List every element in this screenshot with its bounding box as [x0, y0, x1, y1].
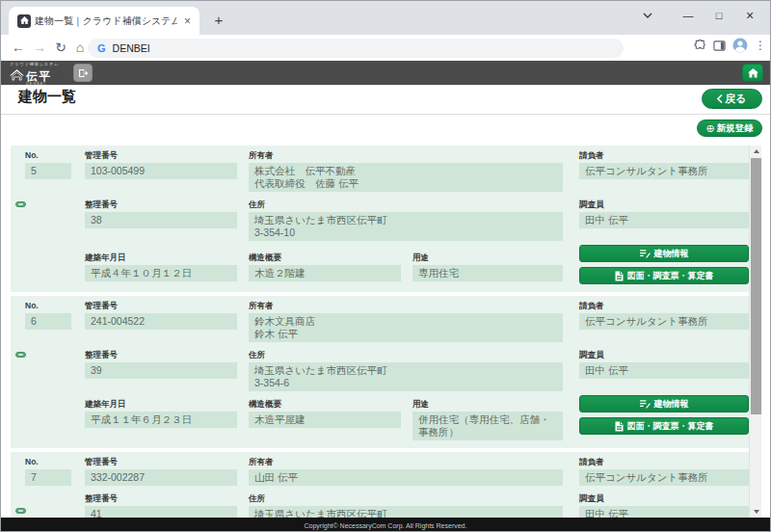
field-label-address: 住所 — [249, 200, 563, 209]
browser-menu-icon[interactable]: ⋮ — [755, 39, 766, 52]
link-icon[interactable] — [15, 352, 26, 358]
field-label-address: 住所 — [249, 351, 563, 359]
field-label-kozo: 構造概要 — [249, 400, 401, 409]
field-seiri: 41 — [85, 506, 237, 518]
home-icon — [748, 68, 758, 78]
field-no: 5 — [25, 163, 71, 179]
field-label-yoto: 用途 — [412, 400, 563, 409]
field-kozo: 木造平屋建 — [249, 412, 401, 428]
field-address: 埼玉県さいたま市西区伝平町 3-354-6 — [249, 362, 563, 391]
field-no: 7 — [25, 469, 71, 486]
field-yoto: 併用住宅（専用住宅、店舗・事務所） — [412, 412, 563, 440]
list-scrollbar[interactable] — [749, 146, 761, 518]
building-record-card: No. 7 管理番号 332-002287 所有者 山田 伝平 請負者 伝平コン… — [11, 452, 749, 518]
address-bar-text: DENBEI — [113, 42, 150, 54]
plus-circle-icon: ⊕ — [705, 123, 714, 134]
address-bar[interactable]: G DENBEI — [88, 39, 624, 58]
field-kanri: 103-005499 — [85, 163, 237, 179]
window-maximize-button[interactable]: □ — [705, 1, 733, 30]
field-label-seiri: 整理番号 — [85, 494, 237, 503]
building-info-button[interactable]: 建物情報 — [579, 245, 749, 262]
browser-tab[interactable]: 建物一覧｜クラウド補償システム 伝 × — [9, 7, 199, 35]
new-tab-button[interactable]: + — [207, 9, 230, 32]
field-kenchiku: 平成４年１０月１２日 — [85, 265, 237, 281]
document-icon — [615, 271, 624, 281]
field-label-ukeoi: 請負者 — [579, 151, 749, 160]
scrollbar-up-arrow[interactable] — [750, 146, 762, 157]
nav-reload-icon[interactable]: ↻ — [51, 38, 70, 57]
logout-button[interactable] — [73, 64, 93, 82]
chevron-left-icon — [717, 94, 723, 103]
building-record-card: No. 5 管理番号 103-005499 所有者 株式会社 伝平不動産 代表取… — [11, 146, 749, 292]
field-owner: 鈴木文具商店 鈴木 伝平 — [249, 313, 563, 342]
field-no: 6 — [25, 313, 71, 330]
nav-back-icon[interactable]: ← — [9, 38, 28, 57]
nav-home-icon[interactable]: ⌂ — [70, 38, 90, 57]
field-label-no: No. — [25, 151, 71, 160]
field-label-chosain: 調査員 — [579, 494, 749, 503]
list-edit-icon — [640, 400, 651, 409]
field-label-no: No. — [25, 302, 71, 310]
field-ukeoi: 伝平コンサルタント事務所 — [579, 469, 749, 486]
field-chosain: 田中 伝平 — [579, 362, 749, 379]
site-favicon-icon — [17, 14, 31, 28]
field-owner: 山田 伝平 — [249, 469, 563, 486]
field-yoto: 専用住宅 — [412, 265, 563, 281]
field-owner: 株式会社 伝平不動産 代表取締役 佐藤 伝平 — [249, 163, 563, 192]
app-footer: Copyright© NecessaryCom Corp. All Rights… — [1, 518, 770, 532]
app-logo: クラウド補償システム 伝平 DENBEI — [10, 62, 78, 88]
tab-close-icon[interactable]: × — [181, 14, 194, 28]
window-minimize-button[interactable]: — — [674, 1, 703, 30]
field-label-kanri: 管理番号 — [85, 458, 237, 466]
field-label-seiri: 整理番号 — [85, 351, 237, 359]
back-button[interactable]: 戻る — [702, 89, 762, 109]
field-label-no: No. — [25, 458, 71, 466]
tab-search-chevron-icon[interactable] — [633, 1, 662, 30]
header-divider — [1, 114, 770, 115]
tab-title: 建物一覧｜クラウド補償システム 伝 — [35, 14, 177, 28]
browser-tab-bar: 建物一覧｜クラウド補償システム 伝 × + — □ × — [1, 1, 770, 35]
field-label-kenchiku: 建築年月日 — [85, 400, 237, 409]
field-address: 埼玉県さいたま市西区伝平町 3-354-10 — [249, 212, 563, 241]
google-icon: G — [97, 42, 106, 54]
nav-forward-icon[interactable]: → — [30, 38, 49, 57]
new-registration-button[interactable]: ⊕ 新規登録 — [697, 120, 762, 137]
window-close-button[interactable]: × — [735, 1, 764, 30]
field-label-yoto: 用途 — [412, 253, 563, 262]
field-label-kozo: 構造概要 — [249, 253, 401, 262]
field-label-ukeoi: 請負者 — [579, 458, 749, 466]
browser-window: { "browser": { "tab_title": "建物一覧｜クラウド補償… — [0, 0, 771, 532]
scrollbar-thumb[interactable] — [751, 158, 761, 414]
side-panel-icon[interactable] — [713, 40, 726, 52]
logo-subtext: DENBEI — [26, 82, 57, 86]
scrollbar-down-arrow[interactable] — [750, 506, 762, 518]
link-icon[interactable] — [15, 201, 26, 207]
field-chosain: 田中 伝平 — [579, 212, 749, 228]
field-label-chosain: 調査員 — [579, 351, 749, 359]
field-kenchiku: 平成１１年６月２３日 — [85, 412, 237, 428]
extensions-puzzle-icon[interactable] — [694, 40, 706, 52]
field-seiri: 39 — [85, 362, 237, 379]
list-edit-icon — [640, 250, 651, 258]
documents-button[interactable]: 図面・調査票・算定書 — [579, 417, 749, 435]
field-kanri: 332-002287 — [85, 469, 237, 486]
building-info-button[interactable]: 建物情報 — [579, 395, 749, 412]
logo-tagline: クラウド補償システム — [10, 62, 59, 67]
home-button[interactable] — [742, 64, 763, 82]
field-kozo: 木造２階建 — [249, 265, 401, 281]
profile-avatar[interactable] — [732, 38, 748, 53]
field-kanri: 241-004522 — [85, 313, 237, 330]
copyright-text: Copyright© NecessaryCom Corp. All Rights… — [305, 522, 467, 529]
field-label-address: 住所 — [249, 494, 563, 503]
field-label-owner: 所有者 — [249, 151, 563, 160]
documents-button[interactable]: 図面・調査票・算定書 — [579, 267, 749, 284]
field-seiri: 38 — [85, 212, 237, 228]
link-icon[interactable] — [15, 508, 26, 514]
field-label-chosain: 調査員 — [579, 200, 749, 209]
field-label-kanri: 管理番号 — [85, 302, 237, 310]
field-label-owner: 所有者 — [249, 458, 563, 466]
field-label-owner: 所有者 — [249, 302, 563, 310]
field-label-kenchiku: 建築年月日 — [85, 253, 237, 262]
logout-icon — [78, 68, 89, 78]
field-ukeoi: 伝平コンサルタント事務所 — [579, 313, 749, 330]
